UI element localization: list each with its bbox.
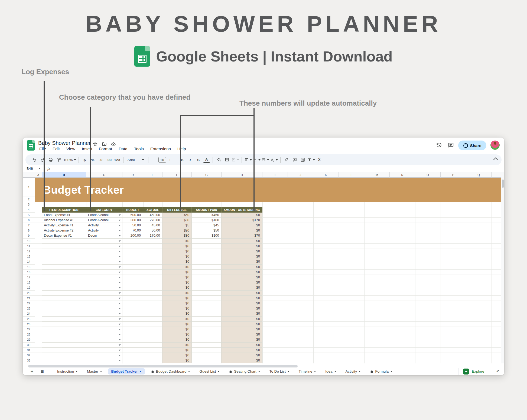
cell-F21[interactable]: $0 — [162, 296, 192, 301]
cell-H28[interactable]: $0 — [222, 332, 262, 337]
category-dropdown-icon[interactable] — [119, 220, 121, 221]
cell-C27[interactable] — [86, 327, 122, 332]
row-header-24[interactable]: 24 — [23, 311, 35, 316]
menu-edit[interactable]: Edit — [50, 146, 62, 152]
row-header-19[interactable]: 19 — [23, 285, 35, 290]
cell-C30[interactable] — [86, 343, 122, 348]
category-dropdown-icon[interactable] — [119, 329, 121, 330]
cell-H24[interactable]: $0 — [222, 311, 262, 316]
cell-H11[interactable]: $0 — [222, 244, 262, 249]
cell-C7[interactable]: Activity — [86, 223, 122, 228]
category-dropdown-icon[interactable] — [119, 339, 121, 340]
cell-E27[interactable] — [143, 327, 162, 332]
column-header-J[interactable]: J — [288, 172, 313, 178]
horizontal-scrollbar-thumb[interactable] — [28, 365, 298, 367]
collapse-sidebar-icon[interactable]: < — [496, 369, 499, 373]
cell-B16[interactable] — [42, 270, 86, 275]
cell-E5[interactable]: 450.00 — [143, 213, 162, 218]
cell-B15[interactable] — [42, 265, 86, 270]
redo-icon[interactable] — [39, 156, 46, 164]
font-size-input[interactable]: 10 — [158, 157, 166, 163]
category-dropdown-icon[interactable] — [119, 318, 121, 320]
column-header-I[interactable]: I — [262, 172, 288, 178]
column-header-A[interactable]: A — [35, 172, 42, 178]
cell-F20[interactable]: $0 — [162, 291, 192, 296]
cell-B14[interactable] — [42, 259, 86, 264]
tab-menu-caret-icon[interactable] — [100, 371, 102, 372]
row-header-20[interactable]: 20 — [23, 291, 35, 296]
cell-G8[interactable]: $50 — [192, 228, 222, 233]
cell-E30[interactable] — [143, 343, 162, 348]
tab-menu-caret-icon[interactable] — [188, 371, 190, 372]
cell-H30[interactable]: $0 — [222, 343, 262, 348]
tab-menu-caret-icon[interactable] — [76, 371, 78, 372]
format-currency-button[interactable]: $ — [81, 156, 88, 164]
cell-B9[interactable]: Decor Expense #1 — [42, 233, 86, 238]
row-header-13[interactable]: 13 — [23, 254, 35, 259]
tab-budget-dashboard[interactable]: Budget Dashboard — [148, 368, 194, 375]
vertical-scrollbar-thumb[interactable] — [502, 180, 504, 188]
cell-G22[interactable] — [192, 301, 222, 306]
table-header-C[interactable]: CATEGORY — [86, 207, 122, 212]
table-header-B[interactable]: ITEM DESCRIPTION — [42, 207, 86, 212]
cell-C16[interactable] — [86, 270, 122, 275]
cell-B32[interactable] — [42, 353, 86, 358]
category-dropdown-icon[interactable] — [119, 324, 121, 325]
row-header-10[interactable]: 10 — [23, 239, 35, 244]
category-dropdown-icon[interactable] — [119, 350, 121, 351]
explore-button[interactable]: ✦ Explore — [458, 368, 489, 375]
cell-C5[interactable]: Food/ Alcohol — [86, 213, 122, 218]
row-header-18[interactable]: 18 — [23, 280, 35, 285]
cell-D13[interactable] — [122, 254, 143, 259]
italic-button[interactable]: I — [187, 156, 194, 164]
undo-icon[interactable] — [31, 156, 38, 164]
cell-G32[interactable] — [192, 353, 222, 358]
row-header-7[interactable]: 7 — [23, 223, 35, 228]
cell-H8[interactable]: $0 — [222, 228, 262, 233]
cell-F23[interactable]: $0 — [162, 306, 192, 311]
cell-E24[interactable] — [143, 311, 162, 316]
row-header-11[interactable]: 11 — [23, 244, 35, 249]
cell-D17[interactable] — [122, 275, 143, 280]
cell-D21[interactable] — [122, 296, 143, 301]
cell-B30[interactable] — [42, 343, 86, 348]
cell-D15[interactable] — [122, 265, 143, 270]
cell-E16[interactable] — [143, 270, 162, 275]
cell-B5[interactable]: Food Expense #1 — [42, 213, 86, 218]
cell-E10[interactable] — [143, 239, 162, 244]
cell-B13[interactable] — [42, 254, 86, 259]
row-header-28[interactable]: 28 — [23, 332, 35, 337]
menu-extensions[interactable]: Extensions — [148, 146, 173, 152]
increase-font-size-button[interactable]: + — [167, 156, 174, 164]
insert-link-icon[interactable] — [283, 156, 290, 164]
cell-B8[interactable]: Activity Expense #2 — [42, 228, 86, 233]
row-header-2[interactable]: 2 — [23, 197, 35, 202]
cell-G14[interactable] — [192, 259, 222, 264]
cell-E11[interactable] — [143, 244, 162, 249]
cell-F13[interactable]: $0 — [162, 254, 192, 259]
category-dropdown-icon[interactable] — [119, 246, 121, 247]
row-header-26[interactable]: 26 — [23, 322, 35, 327]
cell-C18[interactable] — [86, 280, 122, 285]
cell-F18[interactable]: $0 — [162, 280, 192, 285]
category-dropdown-icon[interactable] — [119, 313, 121, 314]
insert-comment-icon[interactable] — [291, 156, 298, 164]
cell-H27[interactable]: $0 — [222, 327, 262, 332]
filter-icon[interactable] — [307, 156, 315, 164]
cell-D16[interactable] — [122, 270, 143, 275]
cell-D20[interactable] — [122, 291, 143, 296]
row-header-8[interactable]: 8 — [23, 228, 35, 233]
row-header-23[interactable]: 23 — [23, 306, 35, 311]
cell-F22[interactable]: $0 — [162, 301, 192, 306]
cell-G25[interactable] — [192, 317, 222, 322]
cell-E9[interactable]: 170.00 — [143, 233, 162, 238]
cell-H21[interactable]: $0 — [222, 296, 262, 301]
cell-E31[interactable] — [143, 348, 162, 353]
cell-F6[interactable]: $30 — [162, 218, 192, 223]
cell-F12[interactable]: $0 — [162, 249, 192, 254]
menu-data[interactable]: Data — [116, 146, 130, 152]
column-header-L[interactable]: L — [339, 172, 364, 178]
cell-G5[interactable]: $450 — [192, 213, 222, 218]
cell-C21[interactable] — [86, 296, 122, 301]
cell-E17[interactable] — [143, 275, 162, 280]
